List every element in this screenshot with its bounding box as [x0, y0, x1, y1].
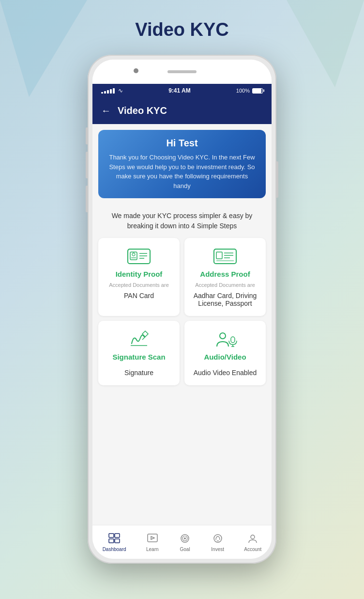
- nav-dashboard-label: Dashboard: [103, 547, 126, 552]
- svg-rect-10: [216, 252, 222, 259]
- svg-rect-25: [148, 534, 157, 542]
- svg-rect-24: [115, 539, 120, 543]
- signature-scan-value: Signature: [124, 369, 153, 377]
- goal-icon: [179, 532, 191, 545]
- app-content: Hi Test Thank you for Choosing Video KYC…: [92, 124, 272, 525]
- status-right: 100%: [236, 88, 263, 94]
- invest-icon: [212, 532, 224, 545]
- front-camera: [134, 68, 138, 73]
- nav-goal[interactable]: Goal: [179, 532, 191, 552]
- id-card-icon: [127, 247, 151, 266]
- svg-rect-2: [128, 249, 150, 264]
- app-header: ← Video KYC: [92, 97, 272, 124]
- audio-video-card[interactable]: Audio/Video Audio Video Enabled: [184, 321, 266, 385]
- signature-scan-card[interactable]: Signature Scan Signature: [98, 321, 180, 385]
- address-proof-title: Address Proof: [200, 270, 250, 278]
- welcome-greeting: Hi Test: [108, 138, 256, 149]
- address-proof-card[interactable]: Address Proof Accepted Documents are Aad…: [184, 238, 266, 316]
- address-card-icon: [213, 247, 237, 266]
- svg-marker-1: [287, 0, 364, 87]
- phone-notch: [92, 60, 272, 84]
- svg-marker-0: [0, 0, 87, 97]
- address-proof-sub: Accepted Documents are: [195, 282, 255, 288]
- identity-proof-card[interactable]: Identity Proof Accepted Documents are PA…: [98, 238, 180, 316]
- svg-rect-9: [214, 249, 236, 264]
- signature-icon: [127, 330, 151, 349]
- status-time: 9:41 AM: [168, 87, 191, 94]
- video-icon: [213, 330, 237, 349]
- audio-video-value: Audio Video Enabled: [194, 369, 257, 377]
- signature-scan-title: Signature Scan: [112, 353, 165, 361]
- phone-btn-power: [276, 161, 278, 198]
- account-icon: [246, 532, 259, 545]
- nav-dashboard[interactable]: Dashboard: [103, 532, 126, 552]
- svg-rect-21: [109, 534, 114, 537]
- dashboard-icon: [108, 532, 121, 545]
- learn-icon: [146, 532, 159, 545]
- svg-rect-18: [231, 337, 235, 343]
- bottom-navigation: Dashboard Learn: [92, 525, 272, 559]
- audio-video-title: Audio/Video: [204, 353, 246, 361]
- app-header-title: Video KYC: [118, 105, 167, 116]
- signal-icon: [101, 88, 115, 94]
- address-proof-value: Aadhar Card, Driving License, Passport: [191, 292, 259, 307]
- svg-rect-22: [109, 539, 114, 543]
- status-left: ∿: [101, 87, 123, 94]
- svg-point-4: [132, 253, 135, 256]
- svg-line-16: [142, 337, 145, 340]
- page-title: Video KYC: [135, 19, 229, 40]
- identity-proof-title: Identity Proof: [116, 270, 163, 278]
- welcome-banner: Hi Test Thank you for Choosing Video KYC…: [98, 130, 266, 198]
- battery-icon: [251, 88, 263, 94]
- svg-rect-23: [115, 534, 120, 537]
- phone-speaker: [167, 70, 197, 73]
- phone-screen: ∿ 9:41 AM 100% ← Video KYC Hi Test Thank…: [92, 60, 272, 559]
- identity-proof-sub: Accepted Documents are: [109, 282, 169, 288]
- kyc-cards-grid: Identity Proof Accepted Documents are PA…: [92, 238, 272, 391]
- identity-proof-value: PAN Card: [124, 292, 154, 300]
- steps-description: We made your KYC process simpler & easy …: [92, 204, 272, 238]
- wifi-icon: ∿: [118, 87, 123, 94]
- nav-learn-label: Learn: [146, 547, 159, 552]
- svg-point-29: [184, 537, 186, 539]
- welcome-message: Thank you for Choosing Video KYC. In the…: [108, 153, 256, 190]
- nav-learn[interactable]: Learn: [146, 532, 159, 552]
- svg-marker-26: [151, 536, 154, 539]
- phone-btn-vol-up: [86, 152, 88, 178]
- battery-percent: 100%: [236, 88, 250, 94]
- nav-account-label: Account: [244, 547, 261, 552]
- phone-btn-mute: [86, 127, 88, 144]
- phone-shell: ∿ 9:41 AM 100% ← Video KYC Hi Test Thank…: [88, 55, 276, 564]
- svg-point-32: [251, 535, 255, 539]
- svg-point-17: [220, 333, 226, 339]
- status-bar: ∿ 9:41 AM 100%: [92, 84, 272, 97]
- nav-invest[interactable]: Invest: [211, 532, 224, 552]
- nav-account[interactable]: Account: [244, 532, 261, 552]
- nav-invest-label: Invest: [211, 547, 224, 552]
- nav-goal-label: Goal: [180, 547, 190, 552]
- phone-btn-vol-down: [86, 186, 88, 212]
- back-button[interactable]: ←: [101, 105, 111, 116]
